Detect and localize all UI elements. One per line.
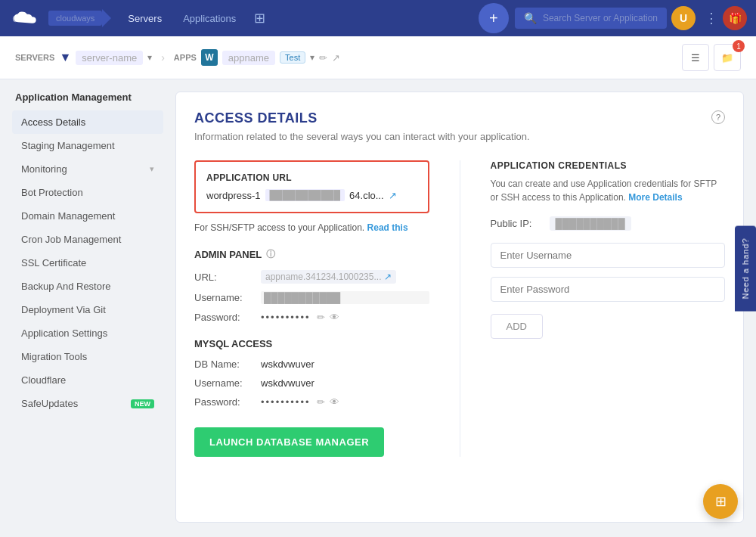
left-column: APPLICATION URL wordpress-1 ███████████ … bbox=[194, 160, 429, 457]
sidebar-item-deployment-via-git[interactable]: Deployment Via Git bbox=[12, 298, 163, 321]
sidebar-label-access-details: Access Details bbox=[21, 116, 85, 128]
new-badge: NEW bbox=[131, 399, 154, 408]
mysql-username-label: Username: bbox=[194, 377, 255, 389]
app-url-value: wordpress-1 ███████████ 64.clo... ↗ bbox=[206, 189, 417, 201]
sidebar-item-monitoring[interactable]: Monitoring ▾ bbox=[12, 157, 163, 181]
apps-breadcrumb: Apps W appname Test ▾ ✏ ↗ bbox=[174, 49, 340, 66]
read-this-link[interactable]: Read this bbox=[367, 222, 408, 233]
search-icon: 🔍 bbox=[524, 12, 537, 24]
admin-username-label: Username: bbox=[194, 292, 255, 303]
db-name-value: wskdvwuver bbox=[261, 359, 429, 370]
app-name[interactable]: appname bbox=[222, 51, 275, 65]
password-input[interactable] bbox=[491, 277, 726, 302]
more-details-link[interactable]: More Details bbox=[628, 192, 682, 203]
top-navigation: cloudways Servers Applications ⊞ + 🔍 Sea… bbox=[0, 0, 756, 36]
mysql-password-row: Password: •••••••••• ✏ 👁 bbox=[194, 396, 429, 408]
sidebar-item-access-details[interactable]: Access Details bbox=[12, 110, 163, 134]
mysql-access-section: MYSQL ACCESS DB Name: wskdvwuver Usernam… bbox=[194, 338, 429, 457]
admin-url-link-icon[interactable]: ↗ bbox=[384, 272, 392, 282]
wordpress-icon: W bbox=[201, 49, 218, 66]
sidebar-label-cron-job-management: Cron Job Management bbox=[21, 234, 121, 245]
info-icon[interactable]: ⓘ bbox=[266, 248, 275, 261]
external-link-icon[interactable]: ↗ bbox=[332, 52, 340, 64]
sidebar-label-backup-and-restore: Backup And Restore bbox=[21, 281, 111, 292]
sidebar-item-backup-and-restore[interactable]: Backup And Restore bbox=[12, 275, 163, 298]
add-button[interactable]: + bbox=[479, 3, 509, 33]
list-view-button[interactable]: ☰ bbox=[682, 44, 709, 71]
content-area: ACCESS DETAILS Information related to th… bbox=[175, 92, 744, 523]
servers-breadcrumb: Servers ▼ server-name ▾ bbox=[15, 51, 152, 65]
db-name-label: DB Name: bbox=[194, 359, 255, 370]
sidebar: Application Management Access Details St… bbox=[12, 92, 163, 523]
brand-label[interactable]: cloudways bbox=[48, 11, 102, 26]
column-divider bbox=[460, 160, 460, 457]
password-input-group bbox=[491, 277, 726, 302]
mysql-username-row: Username: wskdvwuver bbox=[194, 377, 429, 389]
need-a-hand-panel[interactable]: Need a hand? bbox=[735, 225, 756, 311]
sidebar-item-cron-job-management[interactable]: Cron Job Management bbox=[12, 228, 163, 251]
more-options-icon[interactable]: ⋮ bbox=[700, 10, 723, 26]
fab-icon: ⊞ bbox=[715, 493, 727, 510]
list-icon: ☰ bbox=[691, 52, 700, 64]
admin-password-dots: •••••••••• bbox=[261, 312, 311, 323]
servers-label: Servers bbox=[15, 53, 54, 62]
app-credentials-title: APPLICATION CREDENTIALS bbox=[491, 160, 726, 171]
mysql-username-value: wskdvwuver bbox=[261, 377, 429, 389]
app-credentials-note: You can create and use Application crede… bbox=[491, 177, 726, 204]
url-external-link-icon[interactable]: ↗ bbox=[389, 190, 397, 201]
sidebar-label-application-settings: Application Settings bbox=[21, 327, 107, 339]
breadcrumb-right-actions: ☰ 📁 1 bbox=[682, 44, 741, 71]
add-credentials-button[interactable]: ADD bbox=[491, 314, 543, 339]
sidebar-label-domain-management: Domain Management bbox=[21, 210, 115, 222]
logo[interactable] bbox=[9, 2, 42, 35]
breadcrumb-bar: Servers ▼ server-name ▾ › Apps W appname… bbox=[0, 36, 756, 79]
url-blurred: ███████████ bbox=[265, 189, 345, 201]
edit-icon[interactable]: ✏ bbox=[319, 52, 327, 64]
mysql-password-actions: ✏ 👁 bbox=[317, 396, 339, 408]
avatar[interactable]: U bbox=[671, 6, 696, 30]
sidebar-item-staging-management[interactable]: Staging Management bbox=[12, 134, 163, 157]
admin-url-blurred: appname.341234.1000235... bbox=[265, 272, 381, 282]
page-subtitle: Information related to the several ways … bbox=[194, 131, 711, 142]
right-column: APPLICATION CREDENTIALS You can create a… bbox=[491, 160, 726, 457]
mysql-title: MYSQL ACCESS bbox=[194, 338, 429, 349]
sidebar-label-staging-management: Staging Management bbox=[21, 140, 115, 151]
show-mysql-password-icon[interactable]: 👁 bbox=[330, 396, 339, 408]
public-ip-row: Public IP: ██████████ bbox=[491, 216, 726, 231]
sidebar-item-migration-tools[interactable]: Migration Tools bbox=[12, 345, 163, 368]
server-name[interactable]: server-name bbox=[76, 51, 143, 65]
nav-servers[interactable]: Servers bbox=[117, 13, 172, 24]
sidebar-label-deployment-via-git: Deployment Via Git bbox=[21, 304, 106, 315]
username-input[interactable] bbox=[491, 243, 726, 268]
sidebar-label-bot-protection: Bot Protection bbox=[21, 187, 83, 198]
edit-password-icon[interactable]: ✏ bbox=[317, 312, 325, 323]
admin-panel-section: ADMIN PANEL ⓘ URL: appname.341234.100023… bbox=[194, 248, 429, 323]
sidebar-item-domain-management[interactable]: Domain Management bbox=[12, 204, 163, 228]
public-ip-value: ██████████ bbox=[550, 216, 631, 231]
grid-icon[interactable]: ⊞ bbox=[246, 10, 273, 26]
app-dropdown-icon[interactable]: ▾ bbox=[310, 52, 314, 63]
fab-button[interactable]: ⊞ bbox=[703, 484, 738, 519]
public-ip-label: Public IP: bbox=[491, 218, 544, 229]
sidebar-item-cloudflare[interactable]: Cloudflare bbox=[12, 368, 163, 392]
section-header: ACCESS DETAILS Information related to th… bbox=[194, 110, 725, 160]
gift-icon[interactable]: 🎁 bbox=[723, 6, 747, 30]
sidebar-item-ssl-certificate[interactable]: SSL Certificate bbox=[12, 251, 163, 275]
show-password-icon[interactable]: 👁 bbox=[330, 312, 339, 323]
help-icon[interactable]: ? bbox=[711, 110, 725, 124]
search-bar[interactable]: 🔍 Search Server or Application bbox=[515, 8, 667, 29]
apps-label: Apps bbox=[174, 53, 197, 62]
nav-applications[interactable]: Applications bbox=[172, 13, 246, 24]
sidebar-item-bot-protection[interactable]: Bot Protection bbox=[12, 181, 163, 204]
sidebar-label-migration-tools: Migration Tools bbox=[21, 351, 87, 362]
sidebar-item-application-settings[interactable]: Application Settings bbox=[12, 321, 163, 345]
edit-mysql-password-icon[interactable]: ✏ bbox=[317, 396, 325, 408]
launch-database-manager-button[interactable]: LAUNCH DATABASE MANAGER bbox=[194, 427, 384, 457]
mysql-password-dots: •••••••••• bbox=[261, 396, 311, 408]
page-title: ACCESS DETAILS bbox=[194, 110, 711, 126]
sidebar-item-safeupdates[interactable]: SafeUpdates NEW bbox=[12, 392, 163, 415]
breadcrumb-separator: › bbox=[161, 51, 165, 64]
folder-button[interactable]: 📁 1 bbox=[714, 44, 741, 71]
server-dropdown-icon[interactable]: ▾ bbox=[147, 52, 152, 63]
main-layout: Application Management Access Details St… bbox=[0, 79, 756, 535]
